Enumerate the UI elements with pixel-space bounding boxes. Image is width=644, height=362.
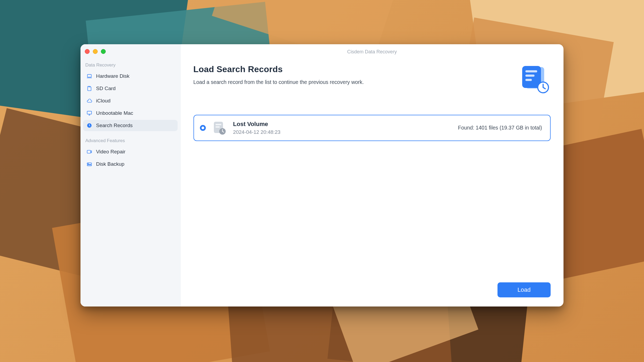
sidebar-item-label: SD Card — [96, 86, 116, 91]
window-title: Cisdem Data Recovery — [181, 44, 564, 55]
clock-icon — [86, 123, 92, 128]
svg-rect-9 — [525, 70, 537, 72]
record-found-summary: Found: 1401 files (19.37 GB in total) — [458, 125, 542, 131]
record-card[interactable]: Lost Volume 2024-04-12 20:48:23 Found: 1… — [193, 115, 551, 141]
record-timestamp: 2024-04-12 20:48:23 — [233, 129, 280, 135]
disk-backup-icon — [86, 161, 92, 167]
page-subtitle: Load a search record from the list to co… — [193, 79, 364, 85]
main-pane: Cisdem Data Recovery Load Search Records… — [181, 44, 564, 307]
sidebar-item-video-repair[interactable]: Video Repair — [83, 146, 178, 157]
sidebar-item-label: Unbootable Mac — [96, 110, 133, 116]
sidebar-item-hardware-disk[interactable]: Hardware Disk — [83, 71, 178, 82]
load-button[interactable]: Load — [497, 282, 551, 297]
minimize-window-button[interactable] — [93, 49, 98, 54]
sidebar-section-title: Advanced Features — [83, 136, 178, 146]
window-controls — [83, 48, 178, 61]
svg-rect-11 — [525, 79, 532, 81]
svg-rect-1 — [87, 111, 92, 114]
laptop-icon — [86, 73, 92, 79]
sidebar-item-label: Video Repair — [96, 149, 126, 155]
svg-point-6 — [88, 163, 89, 164]
svg-rect-0 — [87, 74, 92, 77]
cloud-icon — [86, 98, 92, 104]
sidebar-item-label: Search Records — [96, 123, 133, 128]
sidebar-nav-data-recovery: Hardware Disk SD Card iCloud — [83, 71, 178, 131]
svg-rect-10 — [525, 75, 535, 77]
sidebar-item-unbootable-mac[interactable]: Unbootable Mac — [83, 108, 178, 119]
sidebar-item-sd-card[interactable]: SD Card — [83, 83, 178, 94]
svg-rect-15 — [215, 126, 220, 128]
svg-rect-3 — [87, 150, 91, 153]
sidebar-item-label: Disk Backup — [96, 161, 125, 167]
svg-rect-5 — [87, 165, 92, 166]
display-icon — [86, 110, 92, 116]
record-radio-selected[interactable] — [200, 125, 206, 131]
record-title: Lost Volume — [233, 121, 280, 128]
sidebar-nav-advanced: Video Repair Disk Backup — [83, 146, 178, 170]
sidebar-item-label: iCloud — [96, 98, 111, 104]
close-window-button[interactable] — [85, 49, 90, 54]
sidebar-section-title: Data Recovery — [83, 61, 178, 71]
video-icon — [86, 149, 92, 155]
sd-card-icon — [86, 86, 92, 91]
records-list: Lost Volume 2024-04-12 20:48:23 Found: 1… — [193, 115, 551, 141]
svg-rect-14 — [215, 124, 221, 125]
sidebar-item-icloud[interactable]: iCloud — [83, 95, 178, 106]
document-clock-icon — [212, 120, 227, 136]
sidebar-item-label: Hardware Disk — [96, 73, 130, 79]
search-records-illustration-icon — [518, 64, 551, 94]
page-title: Load Search Records — [193, 64, 364, 74]
app-window: Data Recovery Hardware Disk SD Card — [80, 44, 564, 307]
sidebar-item-disk-backup[interactable]: Disk Backup — [83, 158, 178, 170]
sidebar-item-search-records[interactable]: Search Records — [83, 120, 178, 131]
sidebar: Data Recovery Hardware Disk SD Card — [80, 44, 181, 307]
zoom-window-button[interactable] — [101, 49, 106, 54]
